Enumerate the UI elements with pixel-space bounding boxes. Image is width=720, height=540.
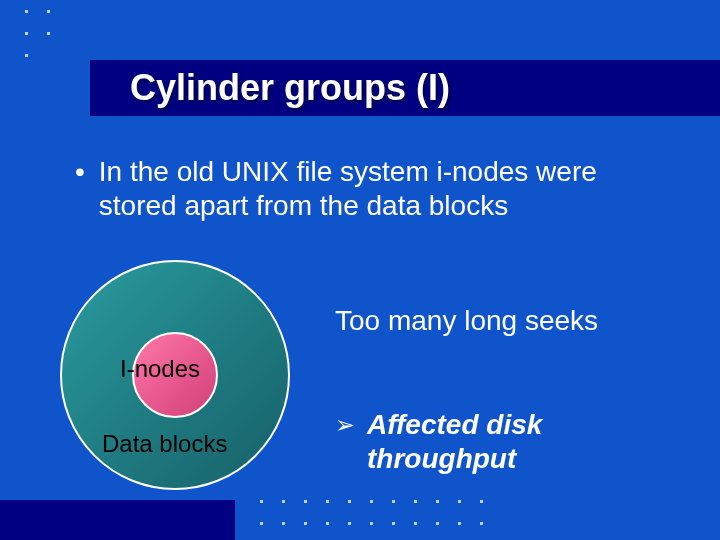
disk-diagram: I-nodes Data blocks xyxy=(60,260,290,490)
arrow-line-2: throughput xyxy=(367,443,516,474)
inodes-label: I-nodes xyxy=(120,355,200,383)
slide-title: Cylinder groups (I) xyxy=(130,67,450,109)
arrow-icon: ➢ xyxy=(335,408,355,442)
bottom-dots xyxy=(260,500,490,530)
corner-dots-top-left xyxy=(25,10,55,60)
main-bullet-text: In the old UNIX file system i-nodes were… xyxy=(99,155,680,223)
title-bar: Cylinder groups (I) xyxy=(90,60,720,116)
seek-text: Too many long seeks xyxy=(335,305,598,337)
main-bullet: • In the old UNIX file system i-nodes we… xyxy=(75,155,680,223)
bottom-accent-bar xyxy=(0,500,235,540)
arrow-line-1: Affected disk xyxy=(367,409,542,440)
data-blocks-label: Data blocks xyxy=(102,430,227,458)
bullet-icon: • xyxy=(75,155,85,189)
arrow-bullet: ➢ Affected disk throughput xyxy=(335,408,690,476)
arrow-bullet-text: Affected disk throughput xyxy=(367,408,542,476)
